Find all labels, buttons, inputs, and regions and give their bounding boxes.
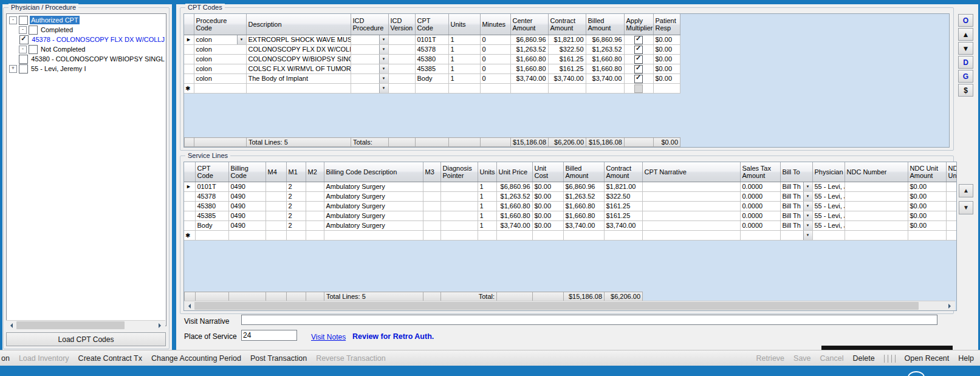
- toolbar-button[interactable]: Open Recent: [905, 354, 950, 363]
- unit-price-cell[interactable]: [496, 231, 532, 241]
- col-physician[interactable]: Physician: [812, 162, 845, 182]
- tree-expander-icon[interactable]: -: [19, 26, 27, 34]
- billed-amount-cell[interactable]: $1,660.80: [586, 64, 624, 74]
- toolbar-button[interactable]: Delete: [852, 354, 874, 363]
- dropdown-icon[interactable]: [803, 202, 812, 211]
- ndc-unit-amount-cell[interactable]: $0.00: [908, 192, 946, 202]
- billing-code-cell[interactable]: 0490: [228, 192, 266, 202]
- procedure-code-cell[interactable]: colon: [194, 45, 246, 55]
- contract-amount-cell[interactable]: $1,821.00: [548, 35, 586, 45]
- tree-checkbox[interactable]: [19, 35, 29, 44]
- procedure-code-cell[interactable]: colon: [194, 35, 246, 45]
- toolbar-button[interactable]: Reverse Transaction: [316, 354, 386, 363]
- description-cell[interactable]: COLSC FLX W/RMVL OF TUMOR F: [246, 64, 351, 74]
- m1-cell[interactable]: 2: [286, 211, 306, 221]
- side-button[interactable]: ▼: [958, 42, 973, 55]
- col-cpt-code[interactable]: CPT Code: [415, 14, 448, 35]
- tree-checkbox[interactable]: [29, 26, 38, 35]
- toolbar-button[interactable]: Change Accounting Period: [151, 354, 241, 363]
- contract-amount-cell[interactable]: $161.25: [548, 64, 586, 74]
- description-cell[interactable]: COLONOSCOPY FLX DX W/COLLJ: [246, 45, 351, 55]
- physician-cell[interactable]: 55 - Levi, J: [812, 211, 845, 221]
- row-nav-button[interactable]: ▲: [959, 184, 973, 197]
- col-unit-price[interactable]: Unit Price: [496, 162, 532, 182]
- col-icd-version[interactable]: ICD Version: [388, 14, 415, 35]
- description-cell[interactable]: [246, 84, 351, 94]
- cpt-narrative-cell[interactable]: [642, 221, 740, 231]
- minutes-cell[interactable]: 0: [480, 35, 510, 45]
- apply-multiplier-cell[interactable]: [624, 45, 653, 55]
- service-row[interactable]: 45380 0490 2 Ambulatory Surgery 1 $1,660…: [184, 202, 957, 211]
- units-cell[interactable]: 1: [448, 35, 480, 45]
- m1-cell[interactable]: 2: [286, 221, 306, 231]
- apply-multiplier-cell[interactable]: [624, 55, 653, 64]
- sales-tax-amount-cell[interactable]: [740, 231, 780, 241]
- side-button[interactable]: ▲: [958, 28, 973, 41]
- tree-checkbox[interactable]: [19, 55, 28, 64]
- ndc-units-cell[interactable]: [946, 231, 957, 241]
- procedure-tree[interactable]: - Authorized CPT - Completed 45378 - COL…: [6, 13, 166, 326]
- service-row[interactable]: 0101T 0490 2 Ambulatory Surgery 1 $6,860…: [184, 182, 957, 192]
- scroll-left-icon[interactable]: [184, 301, 194, 310]
- minutes-cell[interactable]: 0: [480, 55, 510, 64]
- cpt-row[interactable]: colon COLSC FLX W/RMVL OF TUMOR F 45385 …: [184, 64, 680, 74]
- col-diagnosis-pointer[interactable]: Diagnosis Pointer: [440, 162, 478, 182]
- cpt-code-cell[interactable]: Body: [195, 221, 228, 231]
- cpt-narrative-cell[interactable]: [642, 192, 740, 202]
- col-billed-amount[interactable]: Billed Amount: [586, 14, 624, 35]
- service-row[interactable]: Body 0490 2 Ambulatory Surgery 1 $3,740.…: [184, 221, 957, 231]
- dropdown-icon[interactable]: [379, 64, 388, 73]
- ndc-number-cell[interactable]: [845, 231, 908, 241]
- patient-resp-cell[interactable]: $0.00: [653, 64, 680, 74]
- col-cpt-narrative[interactable]: CPT Narrative: [642, 162, 740, 182]
- bill-to-cell[interactable]: Bill Th: [780, 182, 812, 192]
- diagnosis-pointer-cell[interactable]: [440, 182, 478, 192]
- bill-to-cell[interactable]: [780, 231, 812, 241]
- tree-expander-icon[interactable]: -: [19, 46, 27, 53]
- units-cell[interactable]: [448, 84, 480, 94]
- units-cell[interactable]: 1: [478, 221, 496, 231]
- dropdown-icon[interactable]: [803, 221, 812, 230]
- m4-cell[interactable]: [266, 202, 286, 211]
- ndc-unit-amount-cell[interactable]: $0.00: [908, 182, 946, 192]
- billed-amount-cell[interactable]: $1,660.80: [563, 211, 604, 221]
- diagnosis-pointer-cell[interactable]: [440, 211, 478, 221]
- cpt-row[interactable]: colon EXTRCORPL SHOCK WAVE MUSC 0101T 1 …: [184, 35, 680, 45]
- contract-amount-cell[interactable]: $161.25: [604, 211, 642, 221]
- units-cell[interactable]: 1: [448, 64, 480, 74]
- billing-code-cell[interactable]: 0490: [228, 211, 266, 221]
- col-m3[interactable]: M3: [423, 162, 440, 182]
- col-unit-cost[interactable]: Unit Cost: [532, 162, 563, 182]
- patient-resp-cell[interactable]: $0.00: [653, 45, 680, 55]
- toolbar-button[interactable]: Cancel: [820, 354, 844, 363]
- icd-procedure-cell[interactable]: [351, 35, 388, 45]
- col-patient-resp[interactable]: Patient Resp: [653, 14, 680, 35]
- dropdown-icon[interactable]: [379, 84, 388, 93]
- cpt-code-cell[interactable]: 45380: [195, 202, 228, 211]
- tree-expander-icon[interactable]: +: [9, 65, 17, 73]
- panel-divider[interactable]: [172, 4, 176, 350]
- physician-cell[interactable]: 55 - Levi, J: [812, 202, 845, 211]
- row-selector[interactable]: [184, 192, 195, 202]
- unit-price-cell[interactable]: $1,660.80: [496, 202, 532, 211]
- m2-cell[interactable]: [306, 182, 324, 192]
- tree-item-label[interactable]: Authorized CPT: [30, 16, 80, 24]
- col-sales-tax-amount[interactable]: Sales Tax Amount: [740, 162, 780, 182]
- unit-cost-cell[interactable]: $0.00: [532, 211, 563, 221]
- col-units[interactable]: Units: [478, 162, 496, 182]
- units-cell[interactable]: [478, 231, 496, 241]
- visit-notes-link[interactable]: Visit Notes: [311, 333, 346, 341]
- unit-price-cell[interactable]: $6,860.96: [496, 182, 532, 192]
- contract-amount-cell[interactable]: $161.25: [604, 202, 642, 211]
- side-button[interactable]: D: [958, 56, 973, 69]
- dropdown-icon[interactable]: [379, 74, 388, 83]
- icd-procedure-cell[interactable]: [351, 55, 388, 64]
- center-amount-cell[interactable]: $1,660.80: [510, 55, 548, 64]
- ndc-number-cell[interactable]: [845, 221, 908, 231]
- m1-cell[interactable]: [286, 231, 306, 241]
- billing-code-cell[interactable]: 0490: [228, 221, 266, 231]
- tree-checkbox[interactable]: [29, 45, 38, 54]
- unit-cost-cell[interactable]: $0.00: [532, 182, 563, 192]
- row-selector[interactable]: [184, 202, 195, 211]
- contract-amount-cell[interactable]: $3,740.00: [604, 221, 642, 231]
